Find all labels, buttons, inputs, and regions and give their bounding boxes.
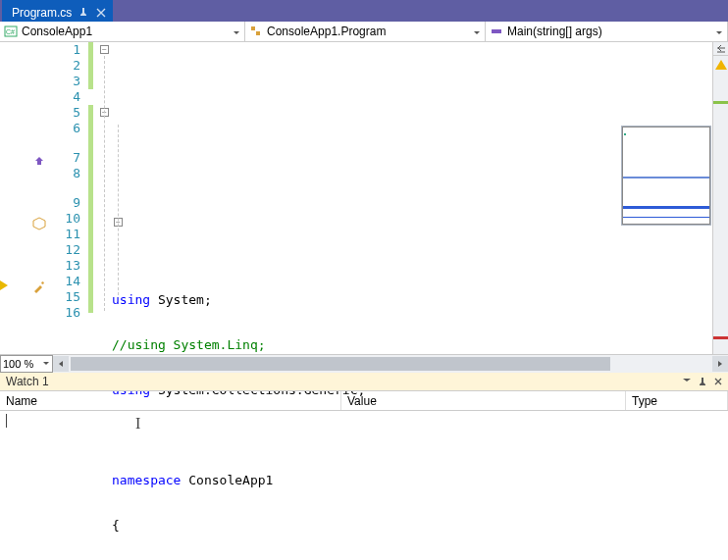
code-token: System;	[150, 292, 212, 307]
box-icon	[32, 217, 46, 230]
glyph-margin[interactable]	[0, 42, 51, 354]
code-preview-thumbnail[interactable]	[622, 127, 710, 225]
code-token: namespace	[112, 473, 181, 487]
scroll-error-marker	[713, 336, 728, 339]
fold-guide	[104, 56, 105, 311]
member-dropdown-label: Main(string[] args)	[507, 25, 602, 38]
window-position-icon[interactable]	[680, 375, 694, 388]
line-number: 8	[51, 166, 80, 181]
text-caret	[6, 414, 7, 428]
line-number: 14	[51, 274, 80, 289]
pickaxe-icon	[32, 280, 46, 293]
document-tab-row: Program.cs	[0, 0, 728, 22]
change-marker	[88, 105, 93, 313]
line-number: 9	[51, 195, 80, 211]
svg-rect-3	[256, 31, 260, 35]
document-tab-label: Program.cs	[12, 6, 72, 20]
code-token: ConsoleApp1	[181, 473, 273, 487]
svg-rect-2	[251, 26, 255, 30]
line-number: 2	[51, 58, 80, 74]
code-token: {	[112, 518, 728, 534]
close-icon[interactable]	[711, 375, 725, 388]
csharp-project-icon: C#	[4, 25, 18, 38]
project-dropdown-label: ConsoleApp1	[22, 25, 92, 38]
line-number: 4	[51, 89, 80, 105]
line-number: 1	[51, 42, 80, 58]
line-number: 15	[51, 289, 80, 305]
class-dropdown[interactable]: ConsoleApp1.Program	[245, 22, 486, 41]
navigation-bar: C# ConsoleApp1 ConsoleApp1.Program Main(…	[0, 22, 728, 42]
project-dropdown[interactable]: C# ConsoleApp1	[0, 22, 245, 41]
line-number: 3	[51, 74, 80, 89]
zoom-dropdown[interactable]: 100 %	[0, 355, 53, 373]
scroll-change-marker	[713, 101, 728, 104]
line-number: 7	[51, 150, 80, 166]
svg-text:C#: C#	[6, 28, 15, 35]
chevron-down-icon	[473, 26, 481, 40]
scroll-left-button[interactable]	[53, 356, 69, 372]
chevron-down-icon	[715, 26, 723, 40]
line-number: 10	[51, 211, 80, 227]
code-token: //using System.Linq;	[112, 337, 266, 352]
chevron-down-icon	[42, 358, 50, 370]
scrollbar-thumb[interactable]	[71, 357, 610, 371]
watch-new-row[interactable]: I	[0, 411, 728, 430]
pin-icon[interactable]	[78, 7, 89, 19]
warning-icon	[715, 60, 727, 70]
code-editor[interactable]: 1 2 3 4 5 6 7 8 9 10 11 12 13 14 15 16 −…	[0, 42, 728, 354]
chevron-down-icon	[233, 26, 240, 40]
split-window-icon[interactable]	[713, 42, 728, 56]
document-tab-program[interactable]: Program.cs	[2, 0, 113, 22]
execution-pointer-icon	[0, 280, 8, 290]
svg-rect-4	[492, 29, 501, 33]
line-number-gutter[interactable]: 1 2 3 4 5 6 7 8 9 10 11 12 13 14 15 16	[51, 42, 88, 354]
watch-title-label: Watch 1	[6, 375, 49, 388]
line-number: 13	[51, 258, 80, 274]
class-dropdown-label: ConsoleApp1.Program	[267, 25, 386, 38]
line-number: 16	[51, 305, 80, 321]
vertical-scroll-map[interactable]	[712, 42, 728, 354]
class-icon	[249, 25, 263, 38]
change-marker	[88, 42, 93, 89]
member-dropdown[interactable]: Main(string[] args)	[486, 22, 728, 41]
fold-toggle[interactable]: −	[100, 45, 109, 54]
watch-title-bar[interactable]: Watch 1	[0, 373, 728, 391]
zoom-value: 100 %	[3, 358, 33, 370]
ibeam-cursor-icon: I	[135, 415, 140, 433]
method-icon	[490, 25, 503, 38]
fold-guide	[118, 125, 119, 295]
line-number: 11	[51, 227, 80, 242]
line-number: 6	[51, 121, 80, 136]
line-number: 5	[51, 105, 80, 121]
auto-hide-pin-icon[interactable]	[696, 375, 709, 388]
line-number: 12	[51, 242, 80, 258]
scroll-right-button[interactable]	[712, 356, 728, 372]
method-override-icon	[32, 154, 46, 168]
editor-status-row: 100 %	[0, 354, 728, 372]
horizontal-scrollbar[interactable]	[53, 355, 728, 373]
close-icon[interactable]	[95, 7, 107, 19]
